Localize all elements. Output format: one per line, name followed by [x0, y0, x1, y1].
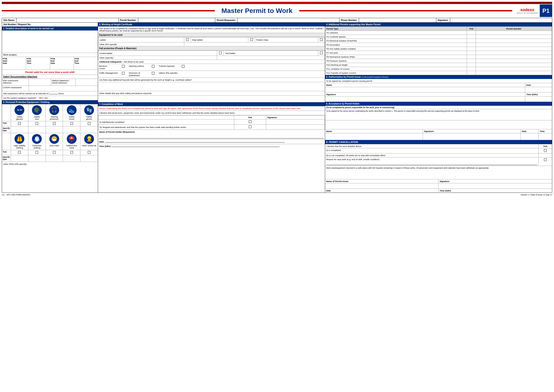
trained-cb[interactable]	[181, 65, 188, 70]
additional-hazards-value[interactable]	[98, 82, 325, 91]
p10-cb[interactable]	[467, 63, 476, 67]
step-ladder-cb[interactable]	[248, 37, 255, 42]
warning-cb[interactable]	[152, 65, 158, 70]
p2-number[interactable]	[476, 31, 552, 35]
s6-time-value[interactable]	[539, 133, 552, 140]
podium-cb[interactable]	[318, 37, 325, 42]
s6-sig-value[interactable]	[423, 133, 521, 140]
bumhat-tick[interactable]	[80, 150, 98, 155]
signature-value[interactable]	[450, 18, 552, 22]
ptw-start-date-value[interactable]	[3, 64, 25, 69]
glasses-specify[interactable]	[11, 126, 28, 133]
other-specify-value[interactable]	[184, 42, 325, 46]
glasses-tick[interactable]	[11, 121, 28, 126]
traffic-cb[interactable]	[122, 72, 128, 77]
shoes-specify[interactable]	[63, 126, 80, 133]
p4-cb[interactable]	[467, 39, 476, 43]
satisfactorily-sig[interactable]	[266, 119, 325, 125]
completed-cb[interactable]	[539, 148, 552, 153]
ptw-start-time-value[interactable]	[27, 64, 49, 69]
description-area[interactable]	[2, 31, 98, 53]
reason-cb[interactable]	[539, 157, 552, 166]
gloves-specify[interactable]	[80, 126, 98, 133]
p3-number[interactable]	[476, 35, 552, 39]
p7-cb[interactable]	[467, 51, 476, 55]
visor-tick[interactable]	[28, 121, 46, 126]
shoes-tick[interactable]	[63, 121, 80, 126]
other-ppes-row: Other PPEs (Pls specify):	[2, 162, 98, 166]
bumhat-specify[interactable]	[80, 155, 98, 162]
facemask-specify[interactable]	[63, 155, 80, 162]
method-statement-value[interactable]	[76, 79, 98, 85]
hiviz-tick[interactable]	[11, 150, 28, 155]
p1-badge: P1	[540, 5, 552, 17]
facemask-tick[interactable]	[63, 150, 80, 155]
p6-cb[interactable]	[467, 47, 476, 51]
issuer-name-value[interactable]	[325, 183, 439, 189]
ptw-end-date-value[interactable]	[51, 64, 73, 69]
ptw-end-time-value[interactable]	[75, 64, 97, 69]
name-holder-value[interactable]	[99, 134, 324, 139]
p8-cb[interactable]	[467, 55, 476, 59]
not-completed-cb[interactable]	[539, 154, 552, 157]
issuer-sig-value[interactable]	[439, 183, 552, 189]
stopped-cb[interactable]	[234, 125, 266, 130]
s6-name-value[interactable]	[325, 133, 423, 140]
p4-number[interactable]	[476, 39, 552, 43]
sig-area[interactable]	[325, 120, 552, 129]
other-details-value[interactable]	[98, 96, 325, 102]
p3-label: P3 Confined Spaces	[325, 35, 467, 39]
p5-cb[interactable]	[467, 43, 476, 47]
reason-line[interactable]	[326, 161, 538, 165]
p5-number[interactable]	[476, 43, 552, 47]
p11-number[interactable]	[476, 67, 552, 71]
p8-number[interactable]	[476, 55, 552, 59]
step-ladder-label: Step ladder	[191, 37, 248, 42]
permit-requester-value[interactable]	[238, 18, 340, 22]
ladder-cb[interactable]	[184, 37, 191, 42]
risk-assessment-value[interactable]	[29, 79, 51, 85]
permit-number-value[interactable]	[138, 18, 215, 22]
hearing-specify[interactable]	[46, 126, 63, 133]
protective-tick[interactable]	[28, 150, 46, 155]
p6-number[interactable]	[476, 47, 552, 51]
gloves-tick[interactable]	[80, 121, 98, 126]
safety-doc-title: Safety Documentation Attached:	[2, 75, 98, 79]
dustmask-tick[interactable]	[46, 150, 63, 155]
dustmask-specify[interactable]	[46, 155, 63, 162]
p10-number[interactable]	[476, 63, 552, 67]
satisfactorily-cb[interactable]	[234, 119, 266, 125]
s5-name-value[interactable]	[325, 87, 526, 92]
site-name-label: Site Name:	[2, 18, 16, 22]
bump-hat-label: Hard / bump hat	[81, 145, 97, 147]
site-name-value[interactable]	[16, 18, 118, 22]
p12-cb[interactable]	[467, 71, 476, 75]
footed-ladder-cb[interactable]	[217, 51, 224, 56]
tied-ladder-cb[interactable]	[318, 51, 325, 56]
diversion-cb[interactable]	[152, 72, 158, 77]
p11-cb[interactable]	[467, 67, 476, 71]
hiviz-specify[interactable]	[11, 155, 28, 162]
coshh-value[interactable]	[29, 86, 98, 91]
p9-number[interactable]	[476, 59, 552, 63]
protective-specify[interactable]	[28, 155, 46, 162]
s6-date-value[interactable]	[521, 133, 539, 140]
time-value[interactable]	[111, 147, 280, 147]
phone-number-value[interactable]	[359, 18, 436, 22]
stopped-sig[interactable]	[266, 125, 325, 130]
other-specify2-value[interactable]	[217, 56, 325, 60]
visor-specify[interactable]	[28, 126, 46, 133]
s5-sig-value[interactable]	[325, 97, 526, 102]
p3-cb[interactable]	[467, 35, 476, 39]
date-value[interactable]	[105, 142, 285, 142]
p9-cb[interactable]	[467, 59, 476, 63]
barriers-cb[interactable]	[122, 65, 128, 70]
p2-cb[interactable]	[467, 31, 476, 35]
hearing-tick[interactable]	[46, 121, 63, 126]
p12-number[interactable]	[476, 71, 552, 75]
cancel-tick-label: Tick	[539, 144, 552, 148]
completed-label: (i) Is completed	[325, 148, 539, 153]
s5-date-value[interactable]	[525, 87, 552, 92]
s5-time-value[interactable]	[525, 97, 552, 102]
p7-number[interactable]	[476, 51, 552, 55]
